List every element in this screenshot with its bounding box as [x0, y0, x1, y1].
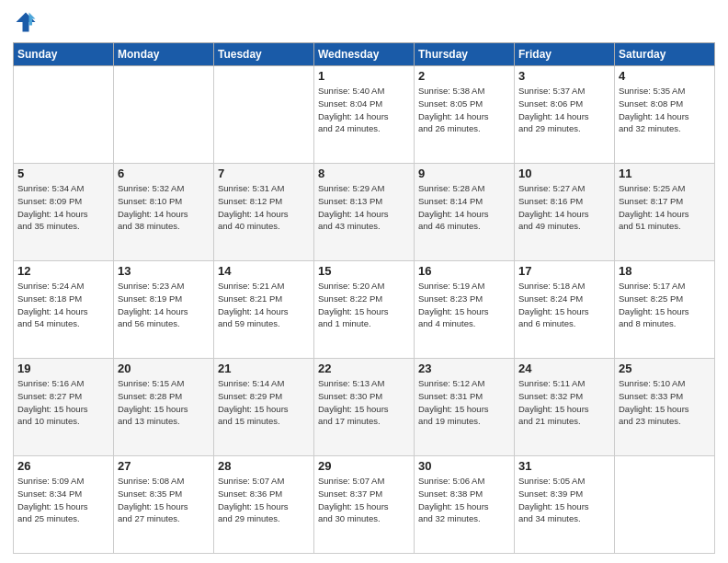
day-info: Sunrise: 5:40 AM Sunset: 8:04 PM Dayligh… — [318, 85, 410, 135]
day-cell: 8Sunrise: 5:29 AM Sunset: 8:13 PM Daylig… — [314, 164, 415, 261]
day-cell: 25Sunrise: 5:10 AM Sunset: 8:33 PM Dayli… — [615, 359, 715, 456]
day-cell: 19Sunrise: 5:16 AM Sunset: 8:27 PM Dayli… — [14, 359, 114, 456]
day-info: Sunrise: 5:06 AM Sunset: 8:38 PM Dayligh… — [418, 475, 510, 525]
day-cell: 16Sunrise: 5:19 AM Sunset: 8:23 PM Dayli… — [415, 261, 515, 359]
day-number: 16 — [418, 264, 510, 278]
day-info: Sunrise: 5:24 AM Sunset: 8:18 PM Dayligh… — [17, 280, 109, 330]
day-number: 8 — [318, 167, 410, 180]
day-info: Sunrise: 5:21 AM Sunset: 8:21 PM Dayligh… — [218, 280, 310, 330]
weekday-header-friday: Friday — [515, 43, 615, 66]
day-number: 12 — [17, 264, 109, 278]
day-cell: 24Sunrise: 5:11 AM Sunset: 8:32 PM Dayli… — [515, 359, 615, 456]
day-info: Sunrise: 5:08 AM Sunset: 8:35 PM Dayligh… — [118, 475, 210, 525]
day-info: Sunrise: 5:12 AM Sunset: 8:31 PM Dayligh… — [418, 377, 510, 428]
day-number: 11 — [619, 167, 711, 180]
week-row-4: 19Sunrise: 5:16 AM Sunset: 8:27 PM Dayli… — [14, 359, 715, 456]
day-info: Sunrise: 5:10 AM Sunset: 8:33 PM Dayligh… — [619, 377, 711, 428]
week-row-3: 12Sunrise: 5:24 AM Sunset: 8:18 PM Dayli… — [14, 261, 715, 359]
day-cell: 28Sunrise: 5:07 AM Sunset: 8:36 PM Dayli… — [214, 456, 314, 554]
day-number: 14 — [218, 264, 310, 278]
day-info: Sunrise: 5:17 AM Sunset: 8:25 PM Dayligh… — [619, 280, 711, 330]
day-number: 31 — [518, 459, 610, 473]
week-row-5: 26Sunrise: 5:09 AM Sunset: 8:34 PM Dayli… — [14, 456, 715, 554]
day-cell: 3Sunrise: 5:37 AM Sunset: 8:06 PM Daylig… — [515, 66, 615, 164]
weekday-header-thursday: Thursday — [415, 43, 515, 66]
day-cell: 30Sunrise: 5:06 AM Sunset: 8:38 PM Dayli… — [415, 456, 515, 554]
day-cell: 20Sunrise: 5:15 AM Sunset: 8:28 PM Dayli… — [114, 359, 214, 456]
day-cell — [615, 456, 715, 554]
day-info: Sunrise: 5:07 AM Sunset: 8:37 PM Dayligh… — [318, 475, 410, 525]
day-cell: 17Sunrise: 5:18 AM Sunset: 8:24 PM Dayli… — [515, 261, 615, 359]
day-cell — [14, 66, 114, 164]
day-cell: 14Sunrise: 5:21 AM Sunset: 8:21 PM Dayli… — [214, 261, 314, 359]
day-info: Sunrise: 5:32 AM Sunset: 8:10 PM Dayligh… — [118, 182, 210, 233]
day-cell: 31Sunrise: 5:05 AM Sunset: 8:39 PM Dayli… — [515, 456, 615, 554]
day-info: Sunrise: 5:25 AM Sunset: 8:17 PM Dayligh… — [619, 182, 711, 233]
day-cell: 5Sunrise: 5:34 AM Sunset: 8:09 PM Daylig… — [14, 164, 114, 261]
day-cell: 21Sunrise: 5:14 AM Sunset: 8:29 PM Dayli… — [214, 359, 314, 456]
week-row-1: 1Sunrise: 5:40 AM Sunset: 8:04 PM Daylig… — [14, 66, 715, 164]
day-number: 15 — [318, 264, 410, 278]
day-cell: 6Sunrise: 5:32 AM Sunset: 8:10 PM Daylig… — [114, 164, 214, 261]
day-info: Sunrise: 5:19 AM Sunset: 8:23 PM Dayligh… — [418, 280, 510, 330]
day-cell: 11Sunrise: 5:25 AM Sunset: 8:17 PM Dayli… — [615, 164, 715, 261]
calendar: SundayMondayTuesdayWednesdayThursdayFrid… — [13, 42, 715, 554]
day-info: Sunrise: 5:31 AM Sunset: 8:12 PM Dayligh… — [218, 182, 310, 233]
day-info: Sunrise: 5:14 AM Sunset: 8:29 PM Dayligh… — [218, 377, 310, 428]
day-number: 4 — [619, 69, 711, 83]
day-cell: 4Sunrise: 5:35 AM Sunset: 8:08 PM Daylig… — [615, 66, 715, 164]
svg-marker-0 — [17, 13, 36, 32]
svg-marker-1 — [29, 13, 36, 26]
day-info: Sunrise: 5:09 AM Sunset: 8:34 PM Dayligh… — [17, 475, 109, 525]
day-info: Sunrise: 5:13 AM Sunset: 8:30 PM Dayligh… — [318, 377, 410, 428]
day-cell: 29Sunrise: 5:07 AM Sunset: 8:37 PM Dayli… — [314, 456, 415, 554]
day-cell: 22Sunrise: 5:13 AM Sunset: 8:30 PM Dayli… — [314, 359, 415, 456]
day-number: 19 — [17, 362, 109, 375]
weekday-header-row: SundayMondayTuesdayWednesdayThursdayFrid… — [14, 43, 715, 66]
weekday-header-wednesday: Wednesday — [314, 43, 415, 66]
day-number: 28 — [218, 459, 310, 473]
day-info: Sunrise: 5:20 AM Sunset: 8:22 PM Dayligh… — [318, 280, 410, 330]
weekday-header-tuesday: Tuesday — [214, 43, 314, 66]
day-number: 20 — [118, 362, 210, 375]
day-cell: 10Sunrise: 5:27 AM Sunset: 8:16 PM Dayli… — [515, 164, 615, 261]
day-number: 17 — [518, 264, 610, 278]
day-info: Sunrise: 5:16 AM Sunset: 8:27 PM Dayligh… — [17, 377, 109, 428]
day-info: Sunrise: 5:38 AM Sunset: 8:05 PM Dayligh… — [418, 85, 510, 135]
day-number: 21 — [218, 362, 310, 375]
day-number: 2 — [418, 69, 510, 83]
weekday-header-saturday: Saturday — [615, 43, 715, 66]
day-number: 26 — [17, 459, 109, 473]
day-cell: 7Sunrise: 5:31 AM Sunset: 8:12 PM Daylig… — [214, 164, 314, 261]
day-cell — [214, 66, 314, 164]
page: SundayMondayTuesdayWednesdayThursdayFrid… — [0, 0, 728, 563]
day-info: Sunrise: 5:35 AM Sunset: 8:08 PM Dayligh… — [619, 85, 711, 135]
day-cell: 18Sunrise: 5:17 AM Sunset: 8:25 PM Dayli… — [615, 261, 715, 359]
day-cell: 2Sunrise: 5:38 AM Sunset: 8:05 PM Daylig… — [415, 66, 515, 164]
day-number: 22 — [318, 362, 410, 375]
day-number: 24 — [518, 362, 610, 375]
day-cell: 15Sunrise: 5:20 AM Sunset: 8:22 PM Dayli… — [314, 261, 415, 359]
header — [13, 9, 715, 35]
day-cell: 23Sunrise: 5:12 AM Sunset: 8:31 PM Dayli… — [415, 359, 515, 456]
day-info: Sunrise: 5:05 AM Sunset: 8:39 PM Dayligh… — [518, 475, 610, 525]
day-info: Sunrise: 5:28 AM Sunset: 8:14 PM Dayligh… — [418, 182, 510, 233]
day-number: 9 — [418, 167, 510, 180]
day-number: 10 — [518, 167, 610, 180]
day-info: Sunrise: 5:15 AM Sunset: 8:28 PM Dayligh… — [118, 377, 210, 428]
day-number: 13 — [118, 264, 210, 278]
day-info: Sunrise: 5:27 AM Sunset: 8:16 PM Dayligh… — [518, 182, 610, 233]
day-number: 29 — [318, 459, 410, 473]
week-row-2: 5Sunrise: 5:34 AM Sunset: 8:09 PM Daylig… — [14, 164, 715, 261]
day-info: Sunrise: 5:34 AM Sunset: 8:09 PM Dayligh… — [17, 182, 109, 233]
day-number: 3 — [518, 69, 610, 83]
weekday-header-sunday: Sunday — [14, 43, 114, 66]
logo-icon — [13, 9, 39, 35]
weekday-header-monday: Monday — [114, 43, 214, 66]
logo — [13, 9, 42, 35]
day-number: 23 — [418, 362, 510, 375]
day-cell: 13Sunrise: 5:23 AM Sunset: 8:19 PM Dayli… — [114, 261, 214, 359]
day-cell — [114, 66, 214, 164]
day-number: 30 — [418, 459, 510, 473]
day-number: 25 — [619, 362, 711, 375]
